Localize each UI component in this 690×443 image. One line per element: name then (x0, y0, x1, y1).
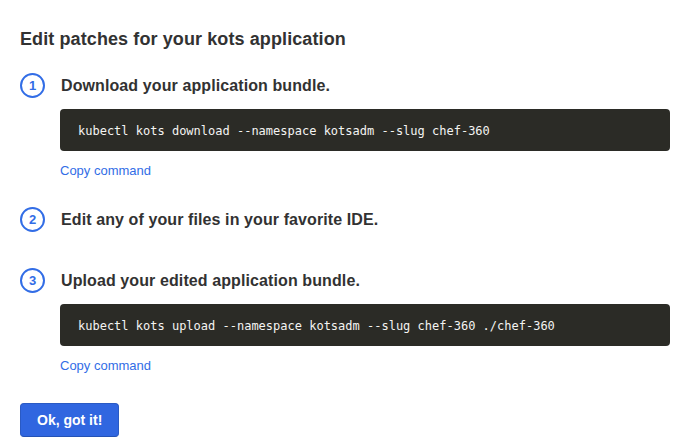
step-3-heading: Upload your edited application bundle. (61, 271, 360, 290)
step-2-number-badge: 2 (20, 207, 45, 232)
step-1-number-badge: 1 (20, 73, 45, 98)
copy-download-command-link[interactable]: Copy command (60, 163, 151, 178)
step-3-header: 3 Upload your edited application bundle. (20, 268, 670, 293)
step-2-header: 2 Edit any of your files in your favorit… (20, 207, 670, 232)
step-2-number: 2 (29, 213, 36, 226)
step-3-number-badge: 3 (20, 268, 45, 293)
step-3-body: kubectl kots upload --namespace kotsadm … (60, 304, 670, 374)
step-3-number: 3 (29, 274, 36, 287)
upload-command-text: kubectl kots upload --namespace kotsadm … (78, 319, 555, 333)
download-command-codeblock: kubectl kots download --namespace kotsad… (60, 109, 670, 151)
step-1-heading: Download your application bundle. (61, 76, 330, 95)
copy-upload-command-link[interactable]: Copy command (60, 358, 151, 373)
step-2-heading: Edit any of your files in your favorite … (61, 210, 378, 229)
step-1-header: 1 Download your application bundle. (20, 73, 670, 98)
upload-command-codeblock: kubectl kots upload --namespace kotsadm … (60, 304, 670, 346)
step-1-number: 1 (29, 79, 36, 92)
download-command-text: kubectl kots download --namespace kotsad… (78, 124, 490, 138)
page-title: Edit patches for your kots application (20, 30, 670, 48)
step-1-body: kubectl kots download --namespace kotsad… (60, 109, 670, 179)
edit-patches-panel: Edit patches for your kots application 1… (0, 0, 690, 437)
ok-got-it-button[interactable]: Ok, got it! (20, 403, 119, 437)
